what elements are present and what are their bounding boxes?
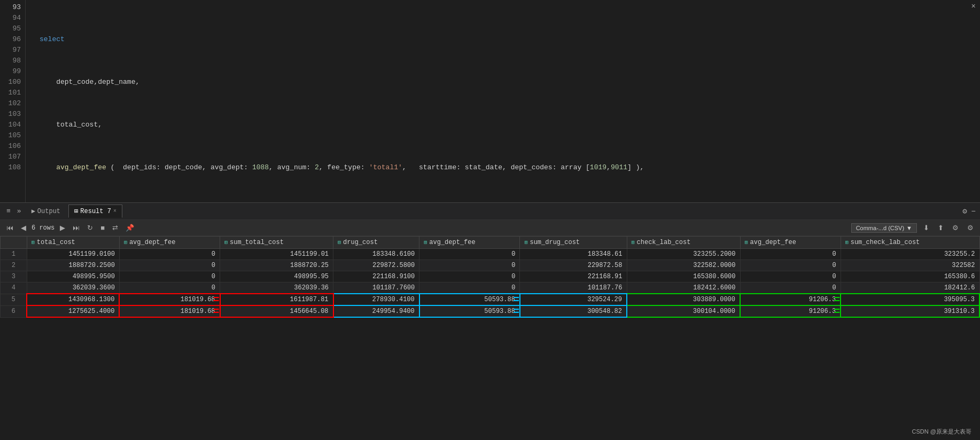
row2-avg-dept-fee1: 0: [119, 260, 220, 271]
row5-drug-cost: 278930.4100: [333, 294, 419, 305]
row3-avg-dept-fee2: 0: [419, 271, 520, 282]
line-num-102: 102: [4, 98, 21, 109]
table-gear-icon[interactable]: ⚙: [965, 223, 976, 233]
row2-sum-total-cost: 1888720.25: [220, 260, 333, 271]
table-row: 1 1451199.0100 0 1451199.01 183348.6100 …: [1, 249, 980, 260]
code-content[interactable]: select dept_code,dept_name, total_cost, …: [26, 0, 980, 202]
row-num-4: 4: [1, 282, 27, 294]
tab-output-icon: ▶: [32, 207, 35, 215]
line-num-95: 95: [4, 23, 21, 34]
line-num-105: 105: [4, 130, 21, 141]
code-line-95: total_cost,: [30, 120, 976, 130]
row6-drug-cost: 249954.9400: [333, 305, 419, 317]
pin-button[interactable]: 📌: [123, 223, 136, 233]
row6-avg-dept-fee1: 181019.68: [119, 305, 220, 317]
export-down-button[interactable]: ⬇: [921, 223, 931, 233]
col-icon-sum-total: ⊞: [224, 240, 228, 246]
row3-check-lab-cost: 165380.6000: [627, 271, 740, 282]
editor-scrollbar[interactable]: [0, 202, 980, 203]
panel-minus-icon[interactable]: −: [971, 207, 976, 216]
col-icon-avg3: ⊞: [745, 240, 748, 246]
panel-header-right: ⚙ −: [962, 207, 976, 216]
export-format-label: Comma-...d (CSV): [856, 225, 904, 231]
export-format-dropdown[interactable]: Comma-...d (CSV) ▼: [851, 223, 917, 233]
nav-last-button[interactable]: ⏭: [71, 223, 82, 233]
col-icon-drug: ⊞: [338, 240, 341, 246]
col-icon-avg2: ⊞: [424, 240, 427, 246]
line-num-100: 100: [4, 77, 21, 88]
col-header-sum-drug-cost[interactable]: ⊞sum_drug_cost: [520, 237, 627, 249]
code-line-93: select: [30, 34, 976, 45]
row1-avg-dept-fee3: 0: [740, 249, 841, 260]
row-num-1: 1: [1, 249, 27, 260]
row3-avg-dept-fee3: 0: [740, 271, 841, 282]
row1-avg-dept-fee2: 0: [419, 249, 520, 260]
row4-avg-dept-fee2: 0: [419, 282, 520, 294]
row6-sum-check-lab-cost: = 391310.3: [841, 305, 979, 317]
tab-result7[interactable]: ⊞ Result 7 ×: [68, 205, 122, 218]
row5-sum-drug-cost: = 329524.29: [520, 294, 627, 305]
row2-avg-dept-fee2: 0: [419, 260, 520, 271]
result-table: ⊞total_cost ⊞avg_dept_fee ⊞sum_total_cos…: [0, 236, 980, 318]
row3-sum-drug-cost: 221168.91: [520, 271, 627, 282]
row4-drug-cost: 101187.7600: [333, 282, 419, 294]
nav-first-button[interactable]: ⏮: [4, 223, 15, 233]
refresh-button[interactable]: ↻: [85, 223, 95, 233]
editor-close-button[interactable]: ×: [971, 2, 976, 11]
code-text-94: dept_code,dept_name,: [40, 77, 139, 88]
transaction-button[interactable]: ⇄: [110, 223, 120, 233]
row5-avg-dept-fee3: 91206.3 +: [740, 294, 841, 305]
row6-avg-dept-fee2: 50593.88: [419, 305, 520, 317]
stop-button[interactable]: ■: [98, 223, 107, 233]
panel-collapse-icon[interactable]: ≡: [4, 206, 13, 216]
row5-sum-total-cost: = 1611987.81: [220, 294, 333, 305]
row1-avg-dept-fee1: 0: [119, 249, 220, 260]
row5-total-cost: 1430968.1300: [27, 294, 119, 305]
nav-prev-button[interactable]: ◀: [19, 223, 28, 233]
code-line-94: dept_code,dept_name,: [30, 77, 976, 88]
table-settings-icon[interactable]: ⚙: [950, 223, 961, 233]
col-icon-sum-check: ⊞: [845, 240, 849, 246]
nav-next-button[interactable]: ▶: [58, 223, 67, 233]
row6-avg-dept-fee3: 91206.3: [740, 305, 841, 317]
row5-check-lab-cost: 303889.0000: [627, 294, 740, 305]
data-table-container[interactable]: ⊞total_cost ⊞avg_dept_fee ⊞sum_total_cos…: [0, 236, 980, 440]
line-num-99: 99: [4, 66, 21, 77]
panel-expand-icon[interactable]: »: [15, 206, 24, 216]
export-up-button[interactable]: ⬆: [936, 223, 946, 233]
result-toolbar: ⏮ ◀ 6 rows ▶ ⏭ ↻ ■ ⇄ 📌 Comma-...d (CSV) …: [0, 220, 980, 236]
row2-drug-cost: 229872.5800: [333, 260, 419, 271]
col-header-avg-dept-fee-2[interactable]: ⊞avg_dept_fee: [419, 237, 520, 249]
keyword-select: select: [40, 34, 65, 45]
col-icon-check: ⊞: [632, 240, 635, 246]
col-header-avg-dept-fee-3[interactable]: ⊞avg_dept_fee: [740, 237, 841, 249]
panel-header-left: ≡ » ▶ Output ⊞ Result 7 ×: [4, 205, 122, 218]
col-header-drug-cost[interactable]: ⊞drug_cost: [333, 237, 419, 249]
row1-sum-drug-cost: 183348.61: [520, 249, 627, 260]
col-header-sum-check-lab-cost[interactable]: ⊞sum_check_lab_cost: [841, 237, 979, 249]
row3-total-cost: 498995.9500: [27, 271, 119, 282]
tab-output[interactable]: ▶ Output: [26, 205, 66, 218]
row-num-6: 6: [1, 305, 27, 317]
toolbar-left: ⏮ ◀ 6 rows ▶ ⏭ ↻ ■ ⇄ 📌: [4, 223, 136, 233]
col-header-sum-total-cost[interactable]: ⊞sum_total_cost: [220, 237, 333, 249]
line-num-98: 98: [4, 56, 21, 66]
row-num-5: 5: [1, 294, 27, 305]
panel-settings-icon[interactable]: ⚙: [962, 207, 967, 216]
dropdown-chevron-icon: ▼: [906, 225, 912, 231]
row6-total-cost: 1275625.4000: [27, 305, 119, 317]
row4-avg-dept-fee3: 0: [740, 282, 841, 294]
col-header-total-cost[interactable]: ⊞total_cost: [27, 237, 119, 249]
code-area: 93 94 95 96 97 98 99 100 101 102 103 104…: [0, 0, 980, 202]
line-num-94: 94: [4, 13, 21, 23]
col-header-check-lab-cost[interactable]: ⊞check_lab_cost: [627, 237, 740, 249]
line-num-97: 97: [4, 45, 21, 56]
line-num-104: 104: [4, 120, 21, 130]
row6-sum-drug-cost: = 300548.82: [520, 305, 627, 317]
sql-editor: × 93 94 95 96 97 98 99 100 101 102 103 1…: [0, 0, 980, 203]
row2-total-cost: 1888720.2500: [27, 260, 119, 271]
editor-scrollbar-thumb[interactable]: [32, 202, 96, 203]
col-header-avg-dept-fee-1[interactable]: ⊞avg_dept_fee: [119, 237, 220, 249]
row1-drug-cost: 183348.6100: [333, 249, 419, 260]
tab-result7-close[interactable]: ×: [113, 208, 116, 214]
